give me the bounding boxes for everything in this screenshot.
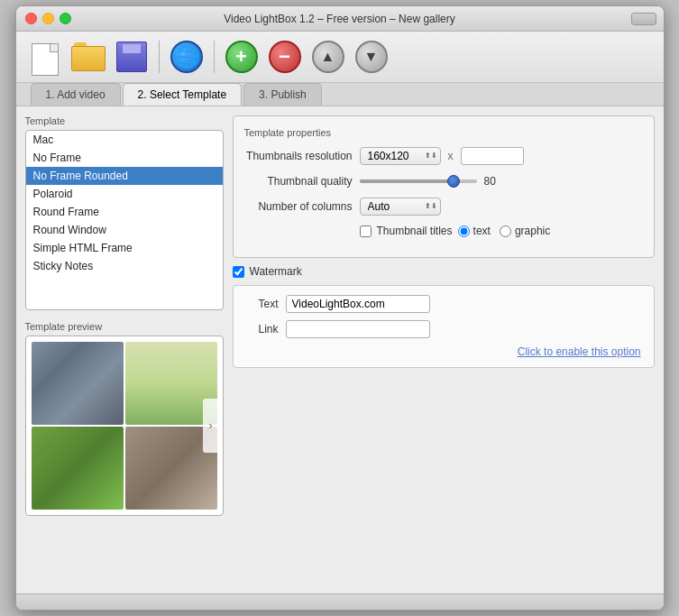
thumbnail-titles-radio-group: text graphic bbox=[458, 225, 551, 237]
move-up-arrow-icon: ▲ bbox=[312, 41, 344, 73]
quality-slider-wrap: 80 bbox=[360, 174, 502, 188]
watermark-checkbox[interactable] bbox=[233, 266, 244, 278]
traffic-lights bbox=[25, 13, 71, 24]
preview-grid bbox=[26, 336, 223, 515]
bottom-bar bbox=[16, 593, 664, 610]
template-item-no-frame-rounded[interactable]: No Frame Rounded bbox=[26, 167, 223, 185]
title-bar: Video LightBox 1.2 – Free version – New … bbox=[16, 6, 664, 32]
watermark-link-label: Link bbox=[246, 323, 279, 336]
preview-section: Template preview › bbox=[25, 321, 224, 516]
template-item-mac[interactable]: Mac bbox=[26, 131, 223, 149]
publish-button[interactable] bbox=[167, 37, 206, 77]
template-label: Template bbox=[25, 115, 224, 126]
close-button[interactable] bbox=[25, 13, 37, 24]
window-resize-handle[interactable] bbox=[631, 13, 656, 25]
num-columns-row: Number of columns Auto 1 2 3 4 5 bbox=[244, 198, 643, 216]
tab-select-template[interactable]: 2. Select Template bbox=[123, 83, 243, 106]
open-folder-icon bbox=[71, 42, 106, 71]
preview-scroll-right[interactable]: › bbox=[203, 399, 219, 453]
remove-button[interactable]: − bbox=[265, 37, 305, 77]
quality-slider-track-wrap bbox=[360, 174, 477, 188]
preview-thumb-1 bbox=[32, 342, 124, 425]
watermark-text-label: Text bbox=[246, 298, 279, 310]
watermark-section: Watermark Text Link Click to enable this… bbox=[233, 265, 655, 368]
num-columns-label: Number of columns bbox=[244, 200, 353, 213]
watermark-link-input[interactable] bbox=[286, 320, 430, 338]
toolbar-separator-2 bbox=[214, 41, 215, 73]
watermark-enable-link[interactable]: Click to enable this option bbox=[246, 345, 641, 358]
preview-thumb-3 bbox=[32, 427, 124, 510]
new-file-icon bbox=[29, 38, 61, 76]
maximize-button[interactable] bbox=[60, 13, 71, 24]
open-button[interactable] bbox=[69, 37, 108, 77]
window-title: Video LightBox 1.2 – Free version – New … bbox=[224, 13, 455, 25]
template-item-polaroid[interactable]: Polaroid bbox=[26, 185, 223, 203]
publish-globe-icon bbox=[170, 41, 203, 73]
slider-track-filled bbox=[360, 179, 454, 183]
move-down-arrow-icon: ▼ bbox=[355, 41, 388, 73]
tabs-row: 1. Add video 2. Select Template 3. Publi… bbox=[16, 83, 664, 106]
right-panel: Template properties Thumbnails resolutio… bbox=[233, 115, 655, 584]
thumbnail-titles-checkbox[interactable] bbox=[360, 225, 372, 237]
template-list[interactable]: Mac No Frame No Frame Rounded Polaroid R… bbox=[25, 130, 224, 310]
tab-add-video[interactable]: 1. Add video bbox=[31, 83, 121, 106]
watermark-check-row: Watermark bbox=[233, 265, 655, 278]
remove-minus-icon: − bbox=[269, 41, 301, 73]
main-window: Video LightBox 1.2 – Free version – New … bbox=[15, 5, 665, 611]
template-item-sticky-notes[interactable]: Sticky Notes bbox=[26, 257, 223, 275]
thumbnail-resolution-select[interactable]: 160x120 120x90 80x60 240x180 bbox=[360, 147, 441, 165]
radio-graphic-input[interactable] bbox=[500, 225, 511, 237]
watermark-label: Watermark bbox=[250, 265, 302, 278]
minimize-button[interactable] bbox=[42, 13, 54, 24]
template-item-simple-html-frame[interactable]: Simple HTML Frame bbox=[26, 239, 223, 257]
radio-graphic-label[interactable]: graphic bbox=[500, 225, 550, 237]
new-button[interactable] bbox=[25, 37, 65, 77]
add-plus-icon: + bbox=[225, 41, 258, 73]
save-button[interactable] bbox=[112, 37, 151, 77]
watermark-text-input[interactable] bbox=[286, 295, 430, 313]
thumbnail-quality-row: Thumbnail quality 80 bbox=[244, 174, 643, 188]
template-properties-box: Template properties Thumbnails resolutio… bbox=[233, 115, 655, 258]
save-disk-icon bbox=[116, 41, 147, 72]
preview-box: › bbox=[25, 336, 224, 516]
thumbnail-resolution-select-wrap[interactable]: 160x120 120x90 80x60 240x180 bbox=[360, 147, 441, 165]
move-up-button[interactable]: ▲ bbox=[308, 37, 348, 77]
toolbar: + − ▲ ▼ bbox=[16, 32, 664, 83]
template-item-round-frame[interactable]: Round Frame bbox=[26, 203, 223, 221]
preview-label: Template preview bbox=[25, 321, 224, 332]
thumbnail-quality-label: Thumbnail quality bbox=[244, 175, 353, 188]
move-down-button[interactable]: ▼ bbox=[352, 37, 391, 77]
thumbnail-titles-row: Thumbnail titles text graphic bbox=[244, 225, 643, 237]
radio-text-input[interactable] bbox=[458, 225, 470, 237]
watermark-link-row: Link bbox=[246, 320, 641, 338]
left-panel: Template Mac No Frame No Frame Rounded P… bbox=[25, 115, 224, 584]
add-button[interactable]: + bbox=[222, 37, 262, 77]
template-properties-title: Template properties bbox=[244, 127, 643, 138]
radio-text-label[interactable]: text bbox=[458, 225, 491, 237]
num-columns-select-wrap[interactable]: Auto 1 2 3 4 5 bbox=[360, 198, 441, 216]
watermark-box: Text Link Click to enable this option bbox=[233, 285, 655, 368]
thumbnail-resolution-row: Thumbnails resolution 160x120 120x90 80x… bbox=[244, 147, 643, 165]
slider-thumb[interactable] bbox=[447, 175, 460, 188]
quality-value: 80 bbox=[484, 175, 502, 188]
template-item-round-window[interactable]: Round Window bbox=[26, 221, 223, 239]
template-item-no-frame[interactable]: No Frame bbox=[26, 149, 223, 167]
size-x-separator: x bbox=[448, 150, 454, 162]
tab-publish[interactable]: 3. Publish bbox=[243, 83, 322, 106]
toolbar-separator-1 bbox=[159, 41, 160, 73]
thumbnail-titles-checkbox-row: Thumbnail titles text graphic bbox=[360, 225, 551, 237]
thumbnail-resolution-label: Thumbnails resolution bbox=[244, 150, 353, 162]
watermark-text-row: Text bbox=[246, 295, 641, 313]
thumbnail-width-input[interactable] bbox=[461, 147, 524, 165]
num-columns-select[interactable]: Auto 1 2 3 4 5 bbox=[360, 198, 441, 216]
main-content: Template Mac No Frame No Frame Rounded P… bbox=[16, 106, 664, 593]
thumbnail-titles-label: Thumbnail titles bbox=[377, 225, 453, 237]
